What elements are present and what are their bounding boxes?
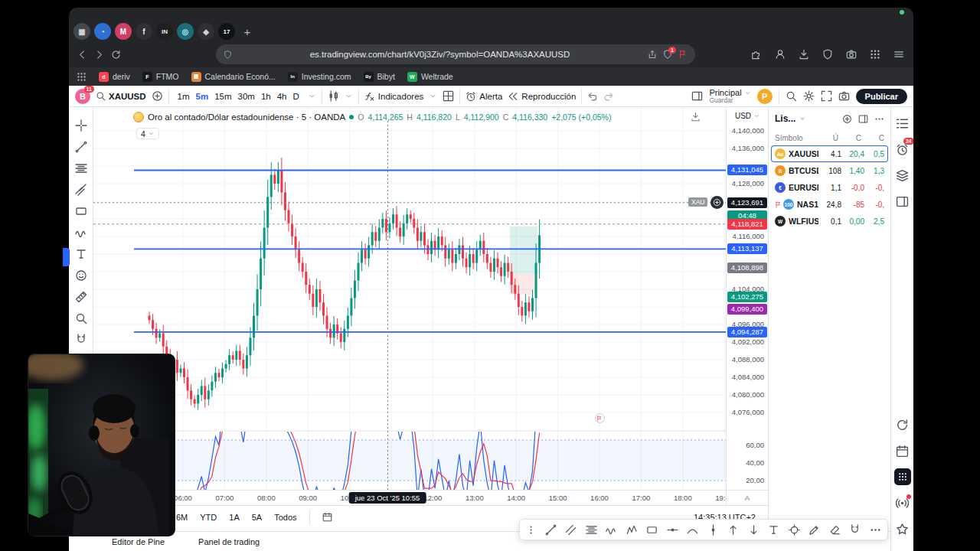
bookmark-investing-com[interactable]: InInvesting.com <box>288 72 351 82</box>
refresh-button[interactable] <box>893 415 913 435</box>
alerts-panel-button[interactable]: 24 <box>893 139 913 159</box>
menu-icon[interactable] <box>890 46 907 63</box>
legend-title[interactable]: Oro al contado/Dólar estadounidense · 5 … <box>148 112 345 122</box>
drawing-tool-arrow-down[interactable] <box>748 524 760 536</box>
crosshair-tool[interactable] <box>70 115 92 136</box>
drawing-tool-text[interactable] <box>768 524 779 536</box>
publish-button[interactable]: Publicar <box>856 89 907 104</box>
pinned-tab-7[interactable]: ◆ <box>198 23 214 40</box>
bookmarks-apps-icon[interactable] <box>77 72 87 82</box>
watchlist-chevron-icon[interactable] <box>799 115 806 122</box>
screenshot-camera-icon[interactable] <box>838 90 850 102</box>
watchlist-panel-button[interactable] <box>893 113 913 133</box>
emoji-tool[interactable] <box>70 265 92 286</box>
user-avatar[interactable]: P <box>757 89 773 104</box>
drawing-tool-parallel-channel[interactable] <box>565 524 577 536</box>
column-header-2[interactable]: C <box>838 134 861 142</box>
elliott-wave-tool[interactable] <box>70 222 92 243</box>
fullscreen-icon[interactable] <box>821 90 832 102</box>
compare-add-icon[interactable] <box>152 90 163 102</box>
axis-corner[interactable]: A <box>726 490 768 505</box>
timeframe-chevron-icon[interactable] <box>308 92 316 100</box>
new-tab-button[interactable]: + <box>239 23 256 40</box>
magnet-tool[interactable] <box>70 329 92 350</box>
timeframe-D[interactable]: D <box>290 90 302 103</box>
drawing-tool-arrow-up[interactable] <box>727 524 739 536</box>
timeframe-4h[interactable]: 4h <box>274 90 290 103</box>
bookmark-calendario-econ-[interactable]: ▦Calendario Econó... <box>191 72 276 82</box>
save-layout-icon[interactable] <box>691 90 703 102</box>
range-6m[interactable]: 6M <box>176 513 188 522</box>
drawing-tool-magnet[interactable] <box>849 524 861 536</box>
watchlist-layout-icon[interactable] <box>858 114 868 124</box>
pinned-tab-4[interactable]: f <box>136 23 152 40</box>
symbol-search-button[interactable]: XAUUSD <box>96 91 146 101</box>
watchlist-row-eurusd[interactable]: €EURUSD1,1-0,0-0, <box>771 179 888 196</box>
bookmark-deriv[interactable]: dderiv <box>99 72 130 82</box>
price-axis[interactable]: USD 4,140,0004,136,0004,128,0004,116,000… <box>726 107 768 490</box>
drawing-tool-horizontal-line[interactable] <box>667 524 678 536</box>
column-header-1[interactable]: Ú <box>815 134 838 142</box>
watchlist-row-btcusd[interactable]: BBTCUSD1081,401,3 <box>771 162 888 179</box>
watchlist-title[interactable]: Lis... <box>775 113 795 124</box>
redo-icon[interactable] <box>603 91 614 102</box>
fib-retracement-tool[interactable] <box>70 158 92 179</box>
range-1a[interactable]: 1A <box>229 513 239 522</box>
chart-plot-area[interactable]: Oro al contado/Dólar estadounidense · 5 … <box>93 107 726 490</box>
privacy-shield-icon[interactable] <box>819 46 836 63</box>
watchlist-row-xauusd[interactable]: AuXAUUSD4.120,40,5 <box>771 145 888 162</box>
scroll-to-realtime-button[interactable] <box>691 112 701 122</box>
chart-style-chevron-icon[interactable] <box>345 92 353 100</box>
timeframe-5m[interactable]: 5m <box>193 90 212 103</box>
favorites-button[interactable] <box>893 519 913 539</box>
replay-button[interactable]: Reproducción <box>508 91 576 102</box>
settings-gear-icon[interactable] <box>803 90 815 102</box>
range-ytd[interactable]: YTD <box>200 513 217 522</box>
bookmark-ftmo[interactable]: FFTMO <box>142 72 179 82</box>
drag-handle-icon[interactable] <box>526 525 536 535</box>
pinned-tab-5[interactable]: IN <box>156 23 173 40</box>
timeframe-1h[interactable]: 1h <box>258 90 274 103</box>
zoom-tool[interactable] <box>70 308 92 329</box>
measure-tool[interactable] <box>70 286 92 308</box>
pinned-tab-6[interactable]: ◎ <box>177 23 194 40</box>
bookmark-bibyt[interactable]: ByBibyt <box>364 72 395 82</box>
forward-button[interactable] <box>90 46 107 63</box>
range-todos[interactable]: Todos <box>274 513 296 522</box>
alert-button[interactable]: Alerta <box>466 91 502 102</box>
bookmark-weltrade[interactable]: WWeltrade <box>407 72 453 82</box>
time-axis[interactable]: 06:0007:0008:0009:0010:0011:0012:0013:00… <box>93 490 768 505</box>
trading-panel-tab[interactable]: Panel de trading <box>198 537 260 546</box>
drawing-tool-curve[interactable] <box>687 524 698 536</box>
goto-date-calendar-icon[interactable] <box>322 512 332 522</box>
calendar-button[interactable] <box>893 441 913 461</box>
chart-style-icon[interactable] <box>328 90 339 102</box>
pinned-tab-2[interactable]: ◔ <box>94 23 111 40</box>
pitchfork-tool[interactable] <box>70 179 92 201</box>
watchlist-row-nas100[interactable]: 100NAS10024,8-85-0, <box>771 196 888 213</box>
undo-icon[interactable] <box>587 91 598 102</box>
layout-switcher[interactable]: Principal Guardar <box>709 89 750 104</box>
drawing-tool-xabcd-pattern[interactable] <box>626 524 638 536</box>
drawing-tool-trend-line[interactable] <box>545 524 557 536</box>
range-5a[interactable]: 5A <box>252 513 262 522</box>
share-icon[interactable] <box>648 50 657 59</box>
timeframe-30m[interactable]: 30m <box>235 90 258 103</box>
pinned-tab-8[interactable]: 17 <box>218 23 235 40</box>
sidebar-handle[interactable] <box>63 248 70 266</box>
flag-extension-icon[interactable] <box>678 50 688 59</box>
reload-button[interactable] <box>107 46 124 63</box>
pine-editor-tab[interactable]: Editor de Pine <box>112 537 165 546</box>
screen-record-icon[interactable] <box>843 46 860 63</box>
watchlist-more-icon[interactable] <box>874 114 884 124</box>
drawing-tool-elliott-wave[interactable] <box>606 524 617 536</box>
timeframe-1m[interactable]: 1m <box>175 90 193 103</box>
drawing-tool-eraser[interactable] <box>829 524 841 536</box>
object-tree-panel-button[interactable] <box>893 191 913 211</box>
column-header-3[interactable]: C <box>861 134 884 142</box>
apps-icon[interactable] <box>867 46 884 63</box>
trend-line-tool[interactable] <box>70 136 92 158</box>
column-header-0[interactable]: Símbolo <box>775 134 815 142</box>
watchlist-row-wlfiusd[interactable]: WWLFIUSD0,10,002,5 <box>771 213 888 230</box>
shield-extension-icon[interactable]: 1 <box>663 50 672 59</box>
